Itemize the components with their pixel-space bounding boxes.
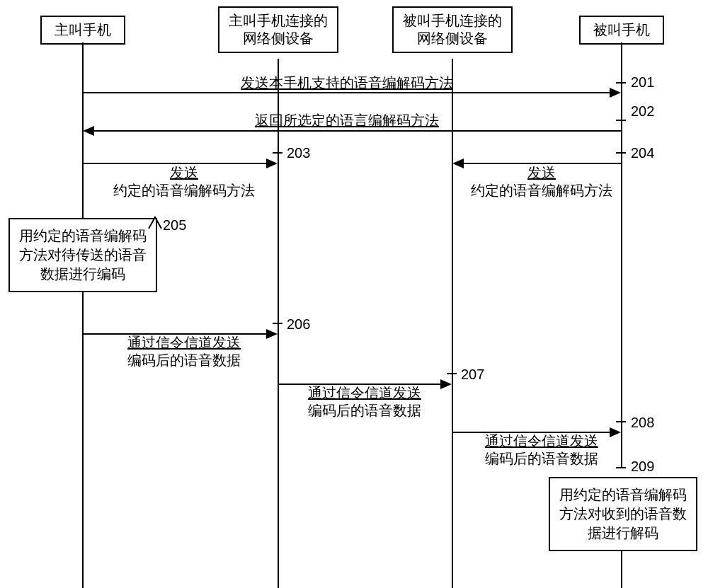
participant-called: 被叫手机 [579, 16, 664, 45]
tick-201-top [616, 82, 626, 83]
msg-204-block: 发送 约定的语音编解码方法 [464, 164, 620, 200]
note-209: 用约定的语音编解码方法对收到的语音数据进行解码 [549, 477, 697, 551]
tick-204-top [616, 152, 626, 154]
msg-202-text: 返回所选定的语言编解码方法 [255, 112, 439, 129]
lifeline-called-net [452, 59, 453, 588]
tick-203-top [273, 152, 282, 154]
msg-208-line2: 编码后的语音数据 [485, 451, 598, 466]
msg-204-line2: 约定的语音编解码方法 [471, 183, 612, 198]
msg-203-line1: 发送 [170, 165, 198, 180]
note-205: 用约定的语音编解码方法对待传送的语音数据进行编码 [8, 218, 157, 292]
msg-207-line1: 通过信令信道发送 [308, 385, 421, 400]
svg-marker-1 [610, 88, 621, 98]
msg-206-block: 通过信令信道发送 编码后的语音数据 [106, 334, 262, 369]
msg-201-text: 发送本手机支持的语音编解码方法 [241, 74, 453, 92]
svg-marker-3 [83, 126, 94, 136]
note-209-text: 用约定的语音编解码方法对收到的语音数据进行解码 [559, 487, 687, 541]
svg-marker-9 [266, 329, 278, 339]
msg-203-line2: 约定的语音编解码方法 [113, 183, 255, 198]
svg-marker-7 [452, 158, 464, 168]
lifeline-caller [82, 42, 84, 588]
msg-206-line1: 通过信令信道发送 [127, 335, 241, 350]
msg-207-block: 通过信令信道发送 编码后的语音数据 [294, 384, 435, 420]
participant-caller: 主叫手机 [40, 16, 125, 45]
step-202-num: 202 [631, 103, 654, 120]
participant-called-net: 被叫手机连接的网络侧设备 [392, 6, 513, 53]
msg-204-line1: 发送 [527, 165, 556, 180]
msg-206-line2: 编码后的语音数据 [127, 352, 241, 368]
step-208-num: 208 [631, 415, 654, 431]
step-209-num: 209 [631, 459, 654, 475]
participant-called-net-label: 被叫手机连接的网络侧设备 [403, 13, 502, 46]
lifeline-called [621, 42, 622, 467]
tick-208-top [616, 421, 626, 422]
step-203-num: 203 [287, 145, 310, 161]
pointer-205 [149, 216, 161, 229]
tick-206-top [273, 323, 282, 324]
svg-marker-5 [266, 158, 278, 168]
participant-caller-net: 主叫手机连接的网络侧设备 [218, 6, 338, 53]
participant-called-label: 被叫手机 [593, 22, 650, 38]
tick-209-top [616, 467, 626, 468]
tick-202-top [616, 120, 626, 121]
participant-caller-label: 主叫手机 [55, 22, 111, 38]
step-207-num: 207 [461, 367, 484, 383]
step-206-num: 206 [287, 316, 310, 333]
svg-marker-11 [440, 379, 452, 389]
msg-203-block: 发送 约定的语音编解码方法 [106, 164, 262, 200]
participant-caller-net-label: 主叫手机连接的网络侧设备 [229, 13, 328, 46]
msg-208-line1: 通过信令信道发送 [485, 433, 598, 449]
msg-208-block: 通过信令信道发送 编码后的语音数据 [471, 432, 612, 468]
step-201-num: 201 [631, 74, 654, 91]
step-205-num: 205 [163, 217, 186, 234]
tick-207-top [447, 373, 457, 374]
note-205-text: 用约定的语音编解码方法对待传送的语音数据进行编码 [19, 228, 147, 282]
step-204-num: 204 [631, 145, 654, 161]
sequence-diagram: 主叫手机 主叫手机连接的网络侧设备 被叫手机连接的网络侧设备 被叫手机 发送本手… [0, 0, 708, 588]
msg-207-line2: 编码后的语音数据 [308, 403, 421, 418]
